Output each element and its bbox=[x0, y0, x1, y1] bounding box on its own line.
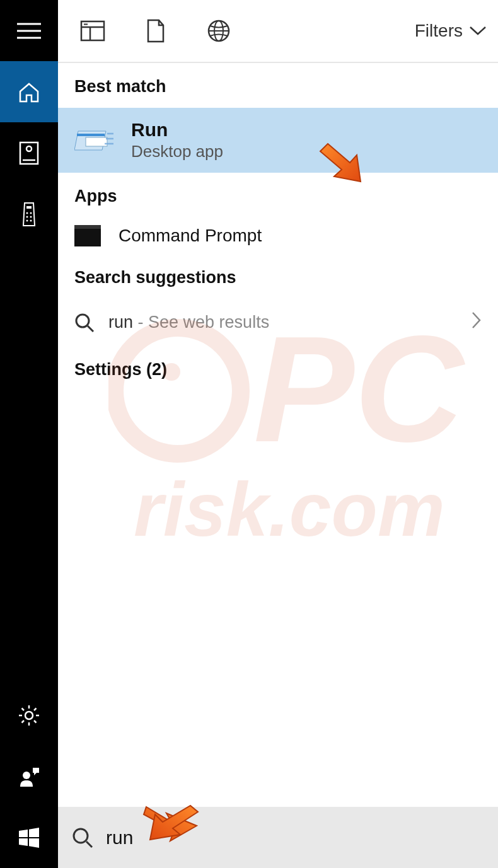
filters-dropdown[interactable]: Filters bbox=[415, 21, 487, 41]
svg-rect-6 bbox=[26, 206, 32, 209]
feedback-icon bbox=[18, 765, 40, 788]
svg-line-39 bbox=[88, 326, 93, 332]
chevron-right-icon bbox=[472, 311, 482, 333]
svg-line-19 bbox=[34, 720, 37, 723]
svg-rect-32 bbox=[86, 137, 107, 146]
cortana-sidebar bbox=[0, 0, 58, 868]
sidebar-local-button[interactable] bbox=[0, 122, 58, 183]
result-run-subtitle: Desktop app bbox=[131, 142, 223, 161]
svg-point-38 bbox=[76, 315, 89, 327]
start-button[interactable] bbox=[0, 807, 58, 868]
section-settings[interactable]: Settings (2) bbox=[58, 346, 498, 391]
document-tab-icon bbox=[146, 19, 165, 43]
sidebar-feedback-button[interactable] bbox=[0, 746, 58, 807]
svg-rect-37 bbox=[74, 225, 101, 229]
search-input[interactable] bbox=[106, 827, 484, 848]
svg-point-7 bbox=[26, 212, 28, 214]
device-icon bbox=[19, 141, 39, 165]
result-run[interactable]: Run Desktop app bbox=[58, 108, 498, 173]
search-icon bbox=[72, 827, 93, 848]
svg-point-13 bbox=[25, 712, 33, 719]
filters-label: Filters bbox=[415, 21, 463, 41]
sidebar-remote-button[interactable] bbox=[0, 183, 58, 245]
cortana-search-bar[interactable] bbox=[58, 807, 498, 868]
svg-point-10 bbox=[30, 216, 32, 217]
svg-point-4 bbox=[26, 146, 32, 151]
remote-icon bbox=[22, 202, 36, 227]
tab-apps[interactable] bbox=[64, 0, 121, 62]
svg-line-18 bbox=[22, 708, 25, 710]
search-scope-tabs: Filters bbox=[58, 0, 498, 63]
run-app-icon bbox=[74, 121, 113, 160]
tab-web[interactable] bbox=[190, 0, 247, 62]
svg-point-11 bbox=[26, 219, 28, 221]
suggestion-hint: - See web results bbox=[138, 313, 270, 332]
svg-point-44 bbox=[74, 829, 88, 843]
suggestion-query: run bbox=[108, 313, 133, 332]
section-best-match: Best match bbox=[58, 63, 498, 108]
result-cmd-title: Command Prompt bbox=[119, 226, 262, 246]
svg-point-8 bbox=[30, 212, 32, 214]
section-search-suggestions: Search suggestions bbox=[58, 254, 498, 299]
search-suggestion-run[interactable]: run - See web results bbox=[58, 299, 498, 346]
result-command-prompt[interactable]: Command Prompt bbox=[58, 217, 498, 254]
apps-tab-icon bbox=[80, 20, 105, 42]
command-prompt-icon bbox=[74, 223, 101, 249]
windows-icon bbox=[18, 826, 40, 849]
gear-icon bbox=[18, 704, 40, 727]
svg-line-20 bbox=[22, 720, 25, 723]
svg-line-21 bbox=[34, 708, 37, 710]
svg-point-22 bbox=[23, 772, 30, 779]
tab-documents[interactable] bbox=[127, 0, 184, 62]
web-tab-icon bbox=[207, 19, 231, 43]
svg-point-12 bbox=[30, 219, 32, 221]
search-results-panel: Filters Best match Run Desktop app bbox=[58, 0, 498, 868]
svg-line-45 bbox=[86, 842, 92, 847]
hamburger-menu-button[interactable] bbox=[0, 0, 58, 61]
section-apps: Apps bbox=[58, 173, 498, 217]
hamburger-icon bbox=[17, 23, 41, 39]
chevron-down-icon bbox=[469, 26, 487, 36]
home-icon bbox=[18, 81, 40, 103]
svg-point-9 bbox=[26, 216, 28, 217]
sidebar-settings-button[interactable] bbox=[0, 685, 58, 746]
sidebar-home-button[interactable] bbox=[0, 61, 58, 122]
search-icon bbox=[74, 313, 95, 333]
svg-rect-23 bbox=[33, 768, 39, 773]
svg-text:risk.com: risk.com bbox=[134, 467, 445, 552]
result-run-title: Run bbox=[131, 119, 223, 141]
